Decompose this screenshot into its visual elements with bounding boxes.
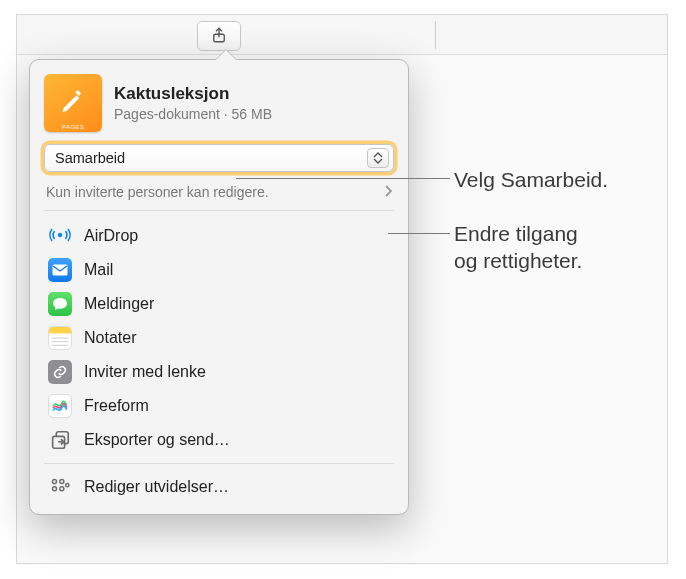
share-option-freeform[interactable]: Freeform — [44, 389, 394, 423]
document-subtitle: Pages-dokument · 56 MB — [114, 106, 272, 122]
svg-point-10 — [52, 487, 56, 491]
share-popover: PAGES Kaktusleksjon Pages-dokument · 56 … — [29, 59, 409, 515]
updown-stepper-icon — [367, 148, 389, 168]
share-option-label: Meldinger — [84, 295, 154, 313]
airdrop-icon — [48, 224, 72, 248]
callout-leader-line — [236, 178, 450, 179]
share-option-label: Freeform — [84, 397, 149, 415]
share-option-messages[interactable]: Meldinger — [44, 287, 394, 321]
toolbar — [17, 15, 667, 55]
extensions-icon — [48, 475, 72, 499]
share-option-label: Eksporter og send… — [84, 431, 230, 449]
list-divider — [44, 463, 394, 464]
svg-rect-3 — [49, 327, 71, 333]
chevron-right-icon — [384, 184, 392, 200]
collab-select-label: Samarbeid — [55, 150, 367, 166]
share-option-export-send[interactable]: Eksporter og send… — [44, 423, 394, 457]
callout-select-collaboration: Velg Samarbeid. — [454, 166, 608, 193]
share-option-notes[interactable]: Notater — [44, 321, 394, 355]
permissions-text: Kun inviterte personer kan redigere. — [46, 184, 384, 200]
callout-leader-line — [388, 233, 450, 234]
toolbar-separator — [435, 21, 436, 49]
document-thumbnail: PAGES — [44, 74, 102, 132]
share-icon — [210, 25, 228, 48]
collaboration-mode-select[interactable]: Samarbeid — [44, 144, 394, 172]
document-title: Kaktusleksjon — [114, 84, 272, 104]
svg-rect-2 — [53, 265, 68, 276]
share-option-label: Mail — [84, 261, 113, 279]
svg-point-8 — [52, 479, 56, 483]
share-option-label: Inviter med lenke — [84, 363, 206, 381]
edit-extensions[interactable]: Rediger utvidelser… — [44, 470, 394, 504]
edit-extensions-label: Rediger utvidelser… — [84, 478, 229, 496]
share-options-list: AirDrop Mail Meldinger Notater — [44, 219, 394, 457]
svg-point-1 — [58, 233, 62, 237]
share-option-label: Notater — [84, 329, 136, 347]
export-icon — [48, 428, 72, 452]
window-frame: PAGES Kaktusleksjon Pages-dokument · 56 … — [16, 14, 668, 564]
freeform-icon — [48, 394, 72, 418]
svg-point-12 — [66, 484, 69, 487]
share-option-label: AirDrop — [84, 227, 138, 245]
callout-change-permissions: Endre tilgang og rettigheter. — [454, 220, 582, 275]
share-option-mail[interactable]: Mail — [44, 253, 394, 287]
document-header: PAGES Kaktusleksjon Pages-dokument · 56 … — [44, 74, 394, 132]
permissions-row[interactable]: Kun inviterte personer kan redigere. — [44, 180, 394, 211]
svg-point-9 — [60, 479, 64, 483]
thumb-format-label: PAGES — [44, 124, 102, 130]
mail-icon — [48, 258, 72, 282]
messages-icon — [48, 292, 72, 316]
share-button[interactable] — [197, 21, 241, 51]
share-option-invite-link[interactable]: Inviter med lenke — [44, 355, 394, 389]
share-option-airdrop[interactable]: AirDrop — [44, 219, 394, 253]
notes-icon — [48, 326, 72, 350]
svg-point-11 — [60, 487, 64, 491]
link-icon — [48, 360, 72, 384]
